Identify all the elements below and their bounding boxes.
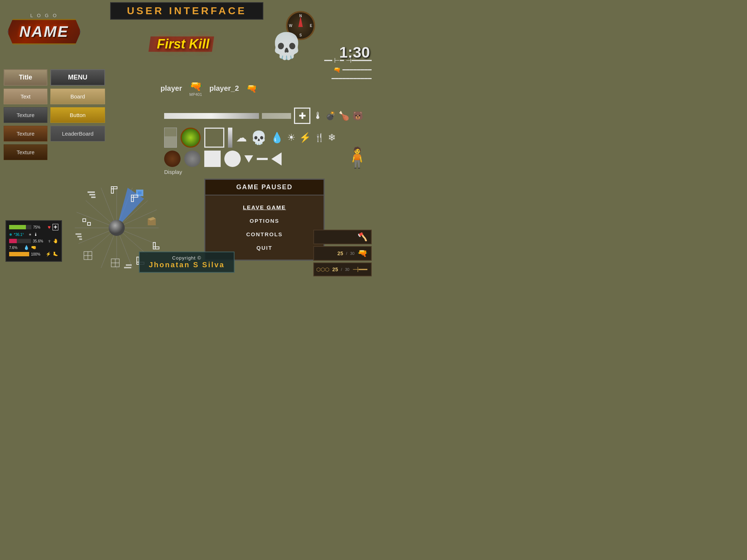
white-circle <box>224 151 241 167</box>
player-info: player 🔫 MP401 player_2 🔫 <box>160 80 257 97</box>
triangle-left-icon <box>271 152 282 166</box>
health-plus-icon: ✚ <box>53 224 58 230</box>
grenade-icon: 💣 <box>326 111 336 121</box>
cold-icon-sm: ❄ <box>9 233 12 237</box>
hud-stamina-label: 35.6% <box>33 239 46 243</box>
axe-icon: 🪓 <box>357 232 367 242</box>
mini-hud: 75% ♥ ✚ ❄ *36.1° ☀ 🌡 35.6% 🗡 🤚 7.6% 💧 🤜 … <box>5 220 62 262</box>
weapon-sil-sniper: ━━━━━━━━━━━ <box>332 75 372 82</box>
title-menu-row: Title MENU <box>4 69 105 86</box>
hud-stamina-bar <box>9 239 31 243</box>
logo-label: L O G O <box>7 13 81 18</box>
weapons-grid: ━━ ⊢━ ⊣━━━━━ 🔫 ━━━━━━━━ ━━━━━━━━━━━ <box>270 57 372 84</box>
thermo-icon-sm: 🌡 <box>34 232 38 237</box>
weapon-sil-shotgun: ━━━━━━━━ <box>342 66 372 73</box>
gray-circle <box>184 151 201 167</box>
svg-rect-19 <box>91 197 96 198</box>
soldier-silhouette: 🧍 <box>345 146 370 170</box>
food-icon: 🍗 <box>338 111 349 121</box>
radial-button[interactable] <box>181 128 201 148</box>
game-paused-header: GAME PAUSED <box>205 180 324 195</box>
white-square <box>204 151 221 167</box>
compass-w: W <box>289 24 292 28</box>
knife-icon-sm: 🗡 <box>47 239 51 243</box>
svg-rect-39 <box>111 187 117 189</box>
display-label: Display <box>164 169 363 175</box>
hud-stamina-row: 35.6% 🗡 🤚 <box>9 238 58 244</box>
logo-name-text: NAME <box>19 23 69 40</box>
text-box: Text <box>4 89 47 104</box>
texture-box-2: Texture <box>4 126 47 141</box>
pause-controls[interactable]: CONTROLS <box>213 230 316 239</box>
leaderboard-box[interactable]: LeaderBoard <box>50 126 105 141</box>
title-button[interactable]: Title <box>4 69 47 86</box>
fork-icon: 🍴 <box>314 133 324 143</box>
player1-name: player <box>160 84 182 93</box>
pause-quit[interactable]: QUIT <box>213 243 316 252</box>
hud-energy-label: 100% <box>31 252 44 256</box>
texture-box-3: Texture <box>4 144 47 160</box>
svg-rect-21 <box>138 191 142 194</box>
square-outline <box>204 128 224 148</box>
weapon-row-2: 🔫 ━━━━━━━━ <box>270 66 372 73</box>
svg-rect-42 <box>76 233 81 235</box>
food-icon-sm: 🤜 <box>31 245 36 250</box>
svg-point-16 <box>109 220 125 236</box>
svg-rect-37 <box>124 267 131 268</box>
bullet-icon: ⬡⬡⬡ <box>316 267 329 272</box>
weapon-row-1: ━━ ⊢━ ⊣━━━━━ <box>270 57 372 65</box>
hud-water-row: 7.6% 💧 🤜 <box>9 245 58 250</box>
hud-energy-bar <box>9 252 29 256</box>
pistol-ammo-separator: / <box>346 251 347 256</box>
header-title: USER INTERFACE <box>127 5 247 16</box>
heart-icon: ♥ <box>48 224 51 230</box>
first-kill-banner: First Kill <box>157 36 308 52</box>
hud-health-area: ✚ 🌡 💣 🍗 🐻 ☁ 💀 💧 ☀ ⚡ 🍴 ❄ Dis <box>164 108 363 175</box>
pause-options[interactable]: OPTIONS <box>213 216 316 225</box>
svg-rect-17 <box>88 191 95 193</box>
ui-elements-left: Title MENU Text Board Texture Button Tex… <box>4 69 105 160</box>
logo-name-box: NAME <box>7 19 81 44</box>
svg-rect-24 <box>83 219 86 222</box>
vertical-bar <box>228 128 232 148</box>
weapon-slot-rifle: ⬡⬡⬡ 25 / 30 ⊣━━ <box>313 262 372 276</box>
hud-health-label: 75% <box>33 225 46 229</box>
health-cross-icon: ✚ <box>294 108 310 124</box>
header-bar: USER INTERFACE <box>110 2 263 20</box>
weapon-slots: 🪓 25 / 30 🔫 ⬡⬡⬡ 25 / 30 ⊣━━ <box>313 230 372 276</box>
rifle-ammo-current: 25 <box>332 267 338 272</box>
copyright-area: Copyright © Jhonatan S Silva <box>139 252 235 273</box>
snowflake-icon: ❄ <box>328 132 336 143</box>
cloud-icon: ☁ <box>236 131 247 144</box>
sun-icon-sm: ☀ <box>28 233 32 237</box>
texture-leaderboard-row: Texture LeaderBoard <box>4 126 105 141</box>
hud-temp-row: ❄ *36.1° ☀ 🌡 <box>9 232 58 237</box>
soldier-figure: 🧍 <box>345 146 370 170</box>
logo-wing-right <box>80 24 89 39</box>
first-kill-text: First Kill <box>157 36 209 51</box>
hud-temp-label: *36.1° <box>14 233 27 237</box>
hand-icon-sm: 🤚 <box>53 238 58 244</box>
logo-area: L O G O NAME <box>7 13 81 44</box>
hud-stamina-fill <box>9 239 17 243</box>
speed-bar <box>164 128 177 148</box>
button-box[interactable]: Button <box>50 107 105 123</box>
menu-button[interactable]: MENU <box>50 69 105 86</box>
weapon-sil-rifle1: ⊣━━━━━ <box>346 57 372 65</box>
dash-bar <box>257 158 268 160</box>
weapon-slot-pistol: 25 / 30 🔫 <box>313 246 372 261</box>
board-box: Board <box>50 89 105 104</box>
hud-energy-row: 100% ⚡ 🦶 <box>9 252 58 257</box>
texture-box-1: Texture <box>4 107 47 123</box>
svg-rect-44 <box>79 238 82 240</box>
pause-leave-game[interactable]: LEAVE GAME <box>213 203 316 212</box>
svg-rect-25 <box>88 222 90 225</box>
text-board-row: Text Board <box>4 89 105 104</box>
pistol-ammo-current: 25 <box>337 250 343 256</box>
rifle-ammo-max: 30 <box>345 267 349 272</box>
triangle-down-icon <box>244 155 253 163</box>
rifle-ammo-separator: / <box>341 267 342 272</box>
texture-button-row: Texture Button <box>4 107 105 123</box>
hud-energy-fill <box>9 252 29 256</box>
svg-rect-36 <box>126 264 132 266</box>
